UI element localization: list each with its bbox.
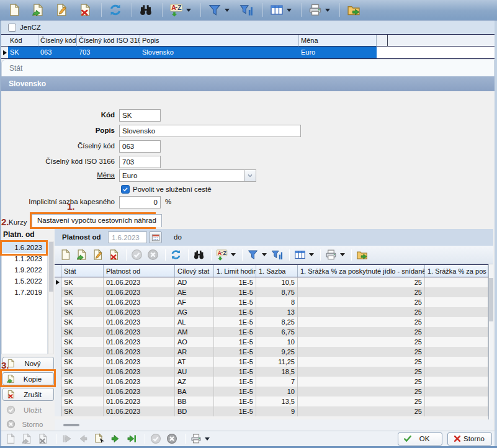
- last-record-button[interactable]: [125, 432, 138, 446]
- cell[interactable]: 25: [298, 287, 425, 297]
- cell[interactable]: AT: [175, 357, 214, 367]
- dropdown-caret-icon[interactable]: [205, 437, 210, 441]
- refresh-button[interactable]: [169, 248, 183, 262]
- cell[interactable]: 01.06.2023: [104, 347, 175, 357]
- cell[interactable]: 7: [256, 377, 298, 387]
- mena-label[interactable]: Měna: [1, 171, 115, 179]
- cell[interactable]: 1E-5: [214, 317, 256, 327]
- cell[interactable]: 1E-5: [214, 337, 256, 347]
- cell-ciselny-kod[interactable]: 063: [38, 47, 77, 58]
- cell[interactable]: 1E-5: [214, 406, 256, 416]
- cell[interactable]: SK: [61, 287, 104, 297]
- cell[interactable]: 01.06.2023: [104, 277, 175, 287]
- validity-item[interactable]: 1.7.2019: [2, 287, 47, 298]
- cell[interactable]: [425, 377, 488, 387]
- scrollbar-thumb[interactable]: [489, 278, 493, 321]
- cell[interactable]: [425, 287, 488, 297]
- scrollbar-thumb[interactable]: [49, 242, 53, 292]
- cell[interactable]: 01.06.2023: [104, 406, 175, 416]
- cell[interactable]: 01.06.2023: [104, 396, 175, 406]
- validity-scrollbar[interactable]: [48, 241, 54, 354]
- cell[interactable]: [425, 367, 488, 377]
- dropdown-caret-icon[interactable]: [262, 253, 267, 256]
- validity-item[interactable]: 1.6.2023: [2, 242, 47, 253]
- ciselny-kod-field[interactable]: 063: [119, 140, 161, 153]
- refresh-button[interactable]: [106, 1, 125, 19]
- cell[interactable]: BA: [175, 387, 214, 396]
- cell[interactable]: 1E-5: [214, 357, 256, 367]
- cell[interactable]: [425, 327, 488, 337]
- cell[interactable]: 10: [256, 337, 298, 347]
- cell[interactable]: SK: [61, 377, 104, 387]
- export-records-button[interactable]: [344, 1, 363, 19]
- filter-button[interactable]: [205, 1, 232, 19]
- iso-kod-field[interactable]: 703: [119, 156, 161, 168]
- print-button[interactable]: [306, 1, 333, 19]
- cell[interactable]: [425, 357, 488, 367]
- delete-record-button[interactable]: [76, 1, 94, 19]
- cell[interactable]: SK: [61, 396, 104, 406]
- cell[interactable]: 1E-5: [214, 367, 256, 377]
- print-button[interactable]: [324, 248, 346, 262]
- cell[interactable]: SK: [61, 297, 104, 307]
- cell[interactable]: 25: [298, 357, 425, 367]
- column-header[interactable]: Stát: [61, 265, 104, 277]
- cell[interactable]: SK: [61, 277, 104, 287]
- next-record-button[interactable]: [109, 432, 122, 446]
- cell[interactable]: AR: [175, 347, 214, 357]
- cell[interactable]: [425, 337, 488, 347]
- cell[interactable]: AZ: [175, 377, 214, 387]
- cell[interactable]: 13,5: [256, 396, 298, 406]
- column-header[interactable]: Cílový stat: [175, 265, 214, 277]
- cell[interactable]: AF: [175, 297, 214, 307]
- table-row[interactable]: SK01.06.2023AD1E-510,525: [55, 277, 488, 287]
- cell[interactable]: BD: [175, 406, 214, 416]
- column-header[interactable]: Platnost od: [104, 265, 175, 277]
- cell[interactable]: AU: [175, 367, 214, 377]
- mena-combobox[interactable]: Euro: [119, 169, 256, 182]
- cell[interactable]: SK: [61, 317, 104, 327]
- cell[interactable]: 1E-5: [214, 396, 256, 406]
- rates-vertical-scrollbar[interactable]: [488, 264, 493, 419]
- popis-field[interactable]: Slovensko: [119, 125, 301, 137]
- cell[interactable]: AE: [175, 287, 214, 297]
- cell[interactable]: 10: [256, 387, 298, 396]
- print-button[interactable]: [189, 432, 211, 446]
- cell[interactable]: AL: [175, 317, 214, 327]
- cell[interactable]: 25: [298, 327, 425, 337]
- platnost-od-field[interactable]: 1.6.2023: [108, 231, 147, 243]
- validity-item[interactable]: 1.9.2022: [2, 264, 47, 276]
- cell[interactable]: 11,25: [256, 357, 298, 367]
- column-settings-button[interactable]: [293, 248, 315, 262]
- cell[interactable]: 8,25: [256, 317, 298, 327]
- cell[interactable]: BB: [175, 396, 214, 406]
- cell[interactable]: 1E-5: [214, 327, 256, 337]
- search-button[interactable]: [192, 248, 206, 262]
- column-header[interactable]: Měna: [299, 35, 377, 47]
- column-header[interactable]: 1. Srážka % za poskytnuté jídlo - snídan…: [298, 265, 425, 277]
- cell[interactable]: 13: [256, 307, 298, 317]
- cell[interactable]: 01.06.2023: [104, 297, 175, 307]
- calendar-button[interactable]: [149, 231, 162, 243]
- cell[interactable]: [425, 406, 488, 416]
- kod-field[interactable]: SK: [119, 109, 161, 122]
- cell[interactable]: 01.06.2023: [104, 377, 175, 387]
- cell[interactable]: 25: [298, 337, 425, 347]
- nov--button[interactable]: Nový: [2, 357, 54, 370]
- cell[interactable]: [425, 387, 488, 396]
- cell[interactable]: SK: [61, 307, 104, 317]
- edit-record-button[interactable]: [91, 248, 105, 262]
- cell[interactable]: 1E-5: [214, 307, 256, 317]
- cell[interactable]: [425, 297, 488, 307]
- cell[interactable]: 25: [298, 317, 425, 327]
- mena-dropdown-button[interactable]: [244, 170, 256, 181]
- cell[interactable]: 01.06.2023: [104, 357, 175, 367]
- column-header[interactable]: 1. Srážka % za pos: [425, 265, 488, 277]
- cell[interactable]: 6,75: [256, 327, 298, 337]
- storno-button[interactable]: Storno: [447, 432, 492, 446]
- cell[interactable]: 10,5: [256, 277, 298, 287]
- column-header[interactable]: Číselný kód: [38, 35, 77, 47]
- dropdown-caret-icon[interactable]: [231, 253, 236, 256]
- cell[interactable]: [425, 347, 488, 357]
- column-header[interactable]: 1. Sazba: [256, 265, 298, 277]
